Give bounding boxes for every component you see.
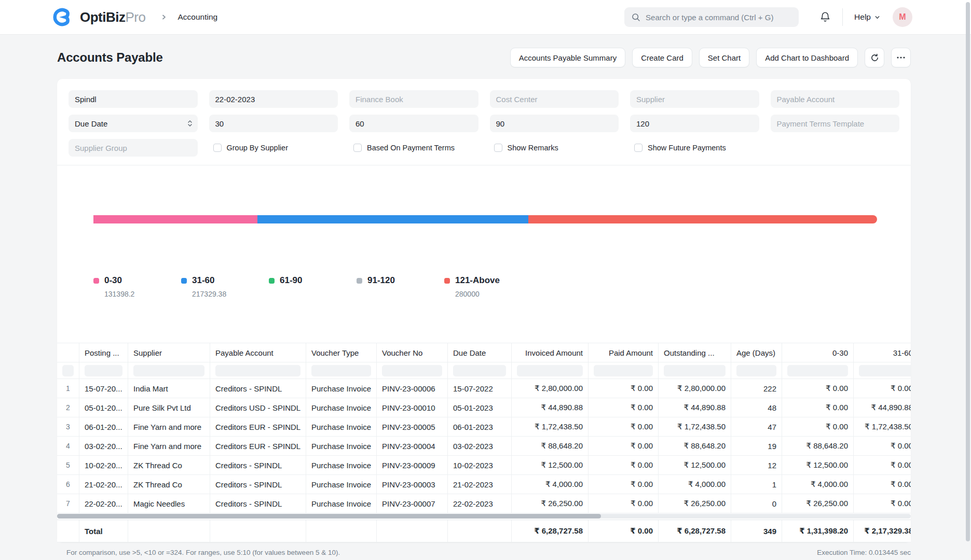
refresh-button[interactable] xyxy=(865,48,884,67)
table-row[interactable]: 5 10-02-20... ZK Thread Co Creditors - S… xyxy=(57,456,911,475)
help-menu[interactable]: Help xyxy=(854,12,880,22)
legend-item[interactable]: 0-30 131398.2 xyxy=(93,275,181,298)
cell-supplier[interactable]: ZK Thread Co xyxy=(128,475,210,494)
bar-segment[interactable] xyxy=(528,215,877,223)
header-payable-account[interactable]: Payable Account xyxy=(210,343,306,362)
company-filter[interactable] xyxy=(69,90,198,108)
cell-voucher-no[interactable]: PINV-23-00006 xyxy=(377,379,448,398)
brand-name[interactable]: OptiBizPro xyxy=(80,9,145,25)
cell-payable-account[interactable]: Creditors USD - SPINDL xyxy=(210,398,306,417)
checkbox-icon[interactable] xyxy=(213,144,222,152)
cell-voucher-no[interactable]: PINV-23-00004 xyxy=(377,437,448,455)
header-due-date[interactable]: Due Date xyxy=(448,343,512,362)
header-posting-date[interactable]: Posting ... xyxy=(79,343,128,362)
show-future-payments-checkbox[interactable]: Show Future Payments xyxy=(630,139,759,157)
column-filter-input[interactable] xyxy=(85,365,122,376)
menu-ellipsis-button[interactable] xyxy=(891,48,911,67)
column-filter-input[interactable] xyxy=(517,365,583,376)
avatar[interactable]: M xyxy=(893,7,912,27)
table-row[interactable]: 6 21-02-20... ZK Thread Co Creditors - S… xyxy=(57,475,911,494)
group-by-supplier-checkbox[interactable]: Group By Supplier xyxy=(209,139,338,157)
table-row[interactable]: 2 05-01-20... Pure Silk Pvt Ltd Creditor… xyxy=(57,398,911,417)
bar-segment[interactable] xyxy=(257,215,528,223)
legend-item[interactable]: 31-60 217329.38 xyxy=(181,275,269,298)
header-31-60[interactable]: 31-60 xyxy=(854,343,911,362)
accounts-payable-summary-button[interactable]: Accounts Payable Summary xyxy=(510,48,625,67)
column-filter-input[interactable] xyxy=(215,365,300,376)
scrollbar-thumb[interactable] xyxy=(57,514,601,519)
create-card-button[interactable]: Create Card xyxy=(632,48,692,67)
cell-31-60: ₹ 1,72,438.50 xyxy=(854,417,911,436)
table-row[interactable]: 7 22-02-20... Magic Needles Creditors - … xyxy=(57,494,911,513)
column-filter-input[interactable] xyxy=(859,365,911,376)
column-filter-input[interactable] xyxy=(382,365,442,376)
header-0-30[interactable]: 0-30 xyxy=(782,343,854,362)
cell-payable-account[interactable]: Creditors EUR - SPINDL xyxy=(210,437,306,455)
cell-supplier[interactable]: Fine Yarn and more xyxy=(128,437,210,455)
ageing-based-on-value[interactable] xyxy=(69,115,198,132)
cell-payable-account[interactable]: Creditors EUR - SPINDL xyxy=(210,417,306,436)
legend-item[interactable]: 91-120 xyxy=(357,275,444,298)
column-filter-input[interactable] xyxy=(594,365,653,376)
cell-voucher-no[interactable]: PINV-23-00009 xyxy=(377,456,448,474)
header-age-days[interactable]: Age (Days) xyxy=(731,343,782,362)
header-supplier[interactable]: Supplier xyxy=(128,343,210,362)
set-chart-button[interactable]: Set Chart xyxy=(699,48,749,67)
cell-voucher-no[interactable]: PINV-23-00003 xyxy=(377,475,448,494)
notifications-bell-icon[interactable] xyxy=(819,11,831,23)
header-paid-amount[interactable]: Paid Amount xyxy=(589,343,659,362)
column-filter-input[interactable] xyxy=(664,365,726,376)
cell-paid-amount: ₹ 0.00 xyxy=(589,379,659,398)
checkbox-icon[interactable] xyxy=(494,144,502,152)
cell-supplier[interactable]: Magic Needles xyxy=(128,494,210,513)
cell-voucher-no[interactable]: PINV-23-00007 xyxy=(377,494,448,513)
column-filter-input[interactable] xyxy=(787,365,848,376)
ageing-range-3-filter[interactable] xyxy=(490,115,619,132)
header-outstanding[interactable]: Outstanding ... xyxy=(659,343,731,362)
finance-book-filter[interactable] xyxy=(349,90,478,108)
cell-supplier[interactable]: ZK Thread Co xyxy=(128,456,210,474)
show-remarks-checkbox[interactable]: Show Remarks xyxy=(490,139,619,157)
header-voucher-no[interactable]: Voucher No xyxy=(377,343,448,362)
add-chart-to-dashboard-button[interactable]: Add Chart to Dashboard xyxy=(756,48,858,67)
ageing-based-on-select[interactable] xyxy=(69,115,198,132)
global-search[interactable]: Search or type a command (Ctrl + G) xyxy=(624,7,799,27)
payment-terms-template-filter[interactable] xyxy=(771,115,900,132)
cell-supplier[interactable]: India Mart xyxy=(128,379,210,398)
vertical-scrollbar[interactable] xyxy=(966,2,970,541)
cell-voucher-no[interactable]: PINV-23-00005 xyxy=(377,417,448,436)
column-filter-input[interactable] xyxy=(311,365,371,376)
ageing-range-1-filter[interactable] xyxy=(209,115,338,132)
supplier-group-filter[interactable] xyxy=(69,139,198,157)
cell-payable-account[interactable]: Creditors - SPINDL xyxy=(210,494,306,513)
legend-item[interactable]: 61-90 xyxy=(269,275,357,298)
table-row[interactable]: 1 15-07-20... India Mart Creditors - SPI… xyxy=(57,379,911,398)
cost-center-filter[interactable] xyxy=(490,90,619,108)
column-filter-input[interactable] xyxy=(736,365,776,376)
breadcrumb[interactable]: Accounting xyxy=(177,12,217,22)
cell-voucher-no[interactable]: PINV-23-00010 xyxy=(377,398,448,417)
report-date-filter[interactable] xyxy=(209,90,338,108)
checkbox-icon[interactable] xyxy=(353,144,362,152)
checkbox-icon[interactable] xyxy=(634,144,642,152)
legend-item[interactable]: 121-Above 280000 xyxy=(444,275,532,298)
based-on-payment-terms-checkbox[interactable]: Based On Payment Terms xyxy=(349,139,478,157)
cell-supplier[interactable]: Pure Silk Pvt Ltd xyxy=(128,398,210,417)
cell-payable-account[interactable]: Creditors - SPINDL xyxy=(210,475,306,494)
column-filter-input[interactable] xyxy=(453,365,506,376)
cell-supplier[interactable]: Fine Yarn and more xyxy=(128,417,210,436)
cell-payable-account[interactable]: Creditors - SPINDL xyxy=(210,456,306,474)
table-row[interactable]: 3 06-01-20... Fine Yarn and more Credito… xyxy=(57,417,911,437)
header-invoiced-amount[interactable]: Invoiced Amount xyxy=(512,343,589,362)
table-row[interactable]: 4 03-02-20... Fine Yarn and more Credito… xyxy=(57,437,911,456)
ageing-range-2-filter[interactable] xyxy=(349,115,478,132)
supplier-filter[interactable] xyxy=(630,90,759,108)
header-voucher-type[interactable]: Voucher Type xyxy=(306,343,377,362)
column-filter-input[interactable] xyxy=(62,365,74,376)
bar-segment[interactable] xyxy=(93,215,257,223)
column-filter-input[interactable] xyxy=(133,365,204,376)
cell-payable-account[interactable]: Creditors - SPINDL xyxy=(210,379,306,398)
payable-account-filter[interactable] xyxy=(771,90,900,108)
ageing-range-4-filter[interactable] xyxy=(630,115,759,132)
optibiz-logo-icon[interactable] xyxy=(52,7,73,27)
